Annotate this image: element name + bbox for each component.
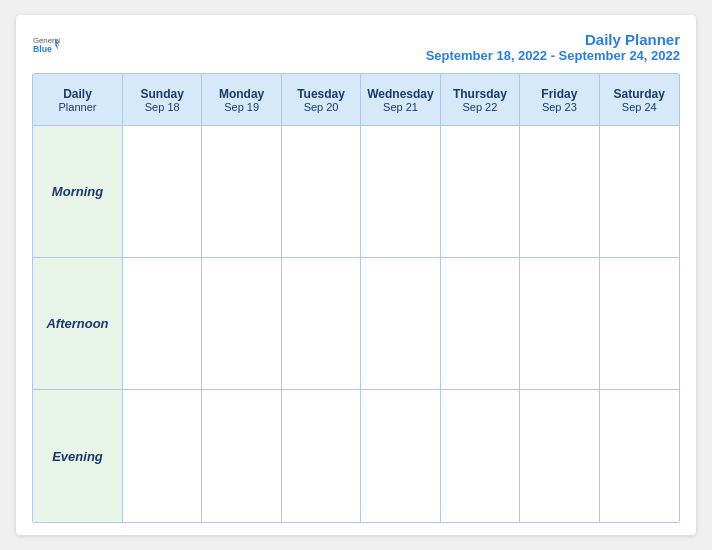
col-day-name: Sunday xyxy=(141,87,184,101)
col-day-name: Friday xyxy=(541,87,577,101)
header-area: General Blue Daily Planner September 18,… xyxy=(32,31,680,63)
col-day-name: Daily xyxy=(63,87,92,101)
data-cell[interactable] xyxy=(600,390,679,522)
header-label-cell: DailyPlanner xyxy=(33,74,123,126)
data-cell[interactable] xyxy=(520,390,599,522)
header-day-cell: ThursdaySep 22 xyxy=(441,74,520,126)
col-day-date: Planner xyxy=(59,101,97,113)
data-cell[interactable] xyxy=(282,258,361,390)
data-cell[interactable] xyxy=(361,126,440,258)
data-cell[interactable] xyxy=(282,126,361,258)
row-label-cell: Evening xyxy=(33,390,123,522)
header-day-cell: SundaySep 18 xyxy=(123,74,202,126)
col-day-date: Sep 23 xyxy=(542,101,577,113)
data-cell[interactable] xyxy=(202,390,281,522)
row-label-text: Afternoon xyxy=(46,316,108,331)
header-day-cell: TuesdaySep 20 xyxy=(282,74,361,126)
header-day-cell: WednesdaySep 21 xyxy=(361,74,440,126)
data-cell[interactable] xyxy=(600,126,679,258)
data-cell[interactable] xyxy=(520,258,599,390)
row-label-cell: Morning xyxy=(33,126,123,258)
header-day-cell: FridaySep 23 xyxy=(520,74,599,126)
col-day-date: Sep 22 xyxy=(462,101,497,113)
svg-text:Blue: Blue xyxy=(33,44,52,54)
data-cell[interactable] xyxy=(123,126,202,258)
planner-title: Daily Planner xyxy=(426,31,680,48)
data-cell[interactable] xyxy=(441,390,520,522)
data-cell[interactable] xyxy=(202,258,281,390)
data-cell[interactable] xyxy=(123,258,202,390)
col-day-date: Sep 19 xyxy=(224,101,259,113)
data-cell[interactable] xyxy=(600,258,679,390)
data-cell[interactable] xyxy=(282,390,361,522)
data-cell[interactable] xyxy=(520,126,599,258)
header-day-cell: SaturdaySep 24 xyxy=(600,74,679,126)
planner-date-range: September 18, 2022 - September 24, 2022 xyxy=(426,48,680,63)
col-day-name: Saturday xyxy=(614,87,665,101)
data-cell[interactable] xyxy=(441,258,520,390)
planner-container: General Blue Daily Planner September 18,… xyxy=(16,15,696,535)
data-cell[interactable] xyxy=(123,390,202,522)
col-day-name: Monday xyxy=(219,87,264,101)
data-cell[interactable] xyxy=(441,126,520,258)
row-label-cell: Afternoon xyxy=(33,258,123,390)
planner-grid: DailyPlannerSundaySep 18MondaySep 19Tues… xyxy=(33,74,679,522)
data-cell[interactable] xyxy=(361,390,440,522)
col-day-date: Sep 21 xyxy=(383,101,418,113)
title-area: Daily Planner September 18, 2022 - Septe… xyxy=(426,31,680,63)
row-label-text: Evening xyxy=(52,449,103,464)
col-day-name: Thursday xyxy=(453,87,507,101)
data-cell[interactable] xyxy=(202,126,281,258)
col-day-date: Sep 24 xyxy=(622,101,657,113)
logo-area: General Blue xyxy=(32,31,60,59)
data-cell[interactable] xyxy=(361,258,440,390)
col-day-date: Sep 18 xyxy=(145,101,180,113)
col-day-date: Sep 20 xyxy=(304,101,339,113)
col-day-name: Wednesday xyxy=(367,87,433,101)
header-day-cell: MondaySep 19 xyxy=(202,74,281,126)
col-day-name: Tuesday xyxy=(297,87,345,101)
planner-grid-wrapper: DailyPlannerSundaySep 18MondaySep 19Tues… xyxy=(32,73,680,523)
generalblue-logo-icon: General Blue xyxy=(32,31,60,59)
row-label-text: Morning xyxy=(52,184,103,199)
